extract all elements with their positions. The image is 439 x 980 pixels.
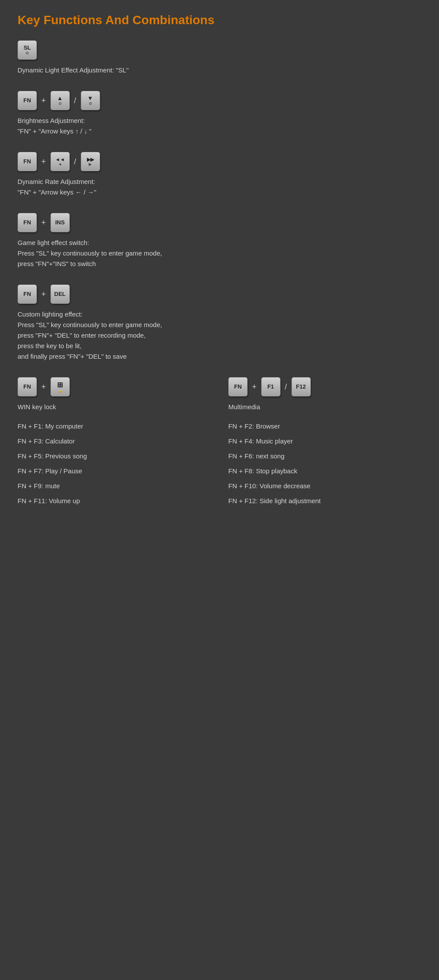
key-ins: INS — [50, 213, 70, 232]
fn-item-f8: FN + F8: Stop playback — [228, 466, 421, 476]
key-row-multimedia: FN + F1 / F12 — [228, 377, 421, 396]
key-row-custom-light: FN + DEL — [18, 285, 421, 304]
fn-item-f3: FN + F3: Calculator — [18, 436, 211, 447]
key-row-win: FN + ⊞ 🔒 — [18, 377, 211, 396]
plus-sign-6: + — [252, 382, 257, 392]
key-row-sl: SL ⚙ — [18, 40, 421, 60]
plus-sign-5: + — [41, 382, 46, 392]
key-fn-6: FN — [228, 377, 248, 396]
key-arrow-down: ▼ ⚙ — [81, 91, 100, 110]
description-dynamic-rate: Dynamic Rate Adjustment:"FN" + "Arrow ke… — [18, 177, 421, 198]
col-win: FN + ⊞ 🔒 WIN key lock — [18, 377, 211, 412]
description-win: WIN key lock — [18, 402, 211, 412]
fn-item-f5: FN + F5: Previous song — [18, 451, 211, 461]
fn-item-f9: FN + F9: mute — [18, 481, 211, 491]
slash-sign-1: / — [74, 96, 76, 105]
key-fn-2: FN — [18, 152, 37, 171]
key-sl: SL ⚙ — [18, 40, 37, 60]
key-arrow-right: ▶▶ ▶ — [81, 152, 100, 171]
plus-sign-3: + — [41, 218, 46, 227]
key-fn-4: FN — [18, 285, 37, 304]
key-row-brightness: FN + ▲ ⚙ / ▼ ⚙ — [18, 91, 421, 110]
section-game-light: FN + INS Game light effect switch:Press … — [18, 213, 421, 269]
plus-sign-4: + — [41, 290, 46, 299]
description-game-light: Game light effect switch:Press "SL" key … — [18, 238, 421, 269]
slash-sign-2: / — [74, 157, 76, 166]
fn-item-f6: FN + F6: next song — [228, 451, 421, 461]
fn-item-f7: FN + F7: Play / Pause — [18, 466, 211, 476]
section-bottom: FN + ⊞ 🔒 WIN key lock FN + F1 / — [18, 377, 421, 506]
key-f1-mm: F1 — [261, 377, 281, 396]
section-sl: SL ⚙ Dynamic Light Effect Adjustment: "S… — [18, 40, 421, 76]
key-fn-5: FN — [18, 377, 37, 396]
description-custom-light: Custom lighting effect:Press "SL" key co… — [18, 309, 421, 362]
key-fn-3: FN — [18, 213, 37, 232]
fn-item-f1: FN + F1: My computer — [18, 421, 211, 432]
section-custom-light: FN + DEL Custom lighting effect:Press "S… — [18, 285, 421, 362]
fn-item-f2: FN + F2: Browser — [228, 421, 421, 432]
key-f12-mm: F12 — [291, 377, 311, 396]
plus-sign-1: + — [41, 96, 46, 105]
section-dynamic-rate: FN + ◄◄ ◄ / ▶▶ ▶ Dynamic Rate Adjustment… — [18, 152, 421, 198]
description-brightness: Brightness Adjustment:"FN" + "Arrow keys… — [18, 115, 421, 137]
key-arrow-left: ◄◄ ◄ — [50, 152, 70, 171]
slash-sign-3: / — [285, 382, 287, 392]
key-del: DEL — [50, 285, 70, 304]
page-title: Key Functions And Combinations — [18, 13, 421, 27]
key-arrow-up: ▲ ⚙ — [50, 91, 70, 110]
key-row-game-light: FN + INS — [18, 213, 421, 232]
section-brightness: FN + ▲ ⚙ / ▼ ⚙ Brightness Adjustment:"FN… — [18, 91, 421, 137]
fn-list: FN + F1: My computer FN + F2: Browser FN… — [18, 421, 421, 506]
fn-item-f12: FN + F12: Side light adjustment — [228, 496, 421, 506]
key-win: ⊞ 🔒 — [50, 377, 70, 396]
fn-item-f10: FN + F10: Volume decrease — [228, 481, 421, 491]
description-multimedia: Multimedia — [228, 402, 421, 412]
fn-item-f4: FN + F4: Music player — [228, 436, 421, 447]
key-fn-1: FN — [18, 91, 37, 110]
description-sl: Dynamic Light Effect Adjustment: "SL" — [18, 65, 421, 76]
fn-item-f11: FN + F11: Volume up — [18, 496, 211, 506]
key-row-dynamic-rate: FN + ◄◄ ◄ / ▶▶ ▶ — [18, 152, 421, 171]
col-multimedia: FN + F1 / F12 Multimedia — [228, 377, 421, 412]
plus-sign-2: + — [41, 157, 46, 166]
two-col-bottom: FN + ⊞ 🔒 WIN key lock FN + F1 / — [18, 377, 421, 412]
